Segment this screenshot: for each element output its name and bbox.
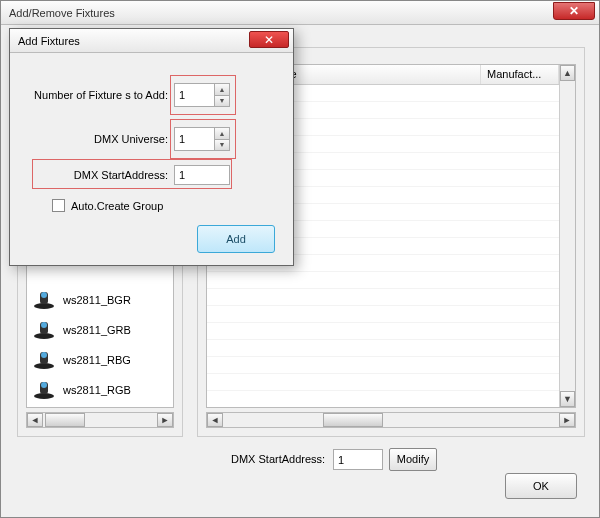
dialog-titlebar: Add Fixtures ✕ — [10, 29, 293, 53]
svg-point-5 — [41, 322, 47, 328]
svg-point-11 — [41, 382, 47, 388]
moving-head-icon — [31, 379, 57, 401]
scroll-thumb[interactable] — [45, 413, 85, 427]
close-icon: ✕ — [569, 5, 579, 17]
list-item-label: ws2811_GRB — [63, 324, 131, 336]
spin-down-icon[interactable]: ▼ — [215, 96, 229, 107]
scroll-left-icon[interactable]: ◄ — [27, 413, 43, 427]
dmx-universe-label: DMX Universe: — [18, 133, 168, 145]
scroll-down-icon[interactable]: ▼ — [560, 391, 575, 407]
add-fixtures-dialog: Add Fixtures ✕ Number of Fixture s to Ad… — [9, 28, 294, 266]
scroll-track[interactable] — [223, 413, 559, 427]
add-button[interactable]: Add — [197, 225, 275, 253]
scroll-up-icon[interactable]: ▲ — [560, 65, 575, 81]
main-titlebar: Add/Remove Fixtures ✕ — [1, 1, 599, 25]
spin-down-icon[interactable]: ▼ — [215, 140, 229, 151]
close-icon: ✕ — [264, 34, 274, 46]
scroll-track[interactable] — [43, 413, 157, 427]
table-hscroll[interactable]: ◄ ► — [206, 412, 576, 428]
scroll-track[interactable] — [560, 81, 575, 391]
list-item-label: ws2811_RBG — [63, 354, 131, 366]
start-address-input[interactable] — [174, 165, 230, 185]
dmx-universe-spinner[interactable]: ▲ ▼ — [174, 127, 230, 151]
scroll-left-icon[interactable]: ◄ — [207, 413, 223, 427]
dialog-close-button[interactable]: ✕ — [249, 31, 289, 48]
modify-button[interactable]: Modify — [389, 448, 437, 471]
list-item[interactable]: ws2811_RGB — [27, 375, 173, 405]
auto-create-group-label: Auto.Create Group — [71, 200, 163, 212]
num-fixtures-input[interactable] — [174, 83, 214, 107]
table-vscroll[interactable]: ▲ ▼ — [559, 65, 575, 407]
list-item[interactable]: ws2811_BGR — [27, 285, 173, 315]
scroll-right-icon[interactable]: ► — [157, 413, 173, 427]
start-address-label: DMX StartAddress: — [231, 453, 325, 465]
moving-head-icon — [31, 289, 57, 311]
spin-up-icon[interactable]: ▲ — [215, 84, 229, 96]
start-address-label: DMX StartAddress: — [18, 169, 168, 181]
moving-head-icon — [31, 319, 57, 341]
scroll-thumb[interactable] — [323, 413, 383, 427]
dmx-universe-input[interactable] — [174, 127, 214, 151]
list-item[interactable]: ws2811_RBG — [27, 345, 173, 375]
auto-create-group-checkbox[interactable]: Auto.Create Group — [52, 199, 163, 212]
start-address-input[interactable] — [333, 449, 383, 470]
list-item[interactable]: ws2811_GRB — [27, 315, 173, 345]
col-manufacturer[interactable]: Manufact... — [481, 65, 559, 84]
svg-point-2 — [41, 292, 47, 298]
main-close-button[interactable]: ✕ — [553, 2, 595, 20]
main-title: Add/Remove Fixtures — [9, 7, 115, 19]
fixture-list-hscroll[interactable]: ◄ ► — [26, 412, 174, 428]
svg-point-8 — [41, 352, 47, 358]
num-fixtures-spinner[interactable]: ▲ ▼ — [174, 83, 230, 107]
checkbox-box-icon[interactable] — [52, 199, 65, 212]
moving-head-icon — [31, 349, 57, 371]
dialog-body: Number of Fixture s to Add: ▲ ▼ DMX Univ… — [10, 53, 293, 265]
dialog-title: Add Fixtures — [18, 35, 80, 47]
list-item-label: ws2811_BGR — [63, 294, 131, 306]
ok-button[interactable]: OK — [505, 473, 577, 499]
scroll-right-icon[interactable]: ► — [559, 413, 575, 427]
num-fixtures-label: Number of Fixture s to Add: — [18, 89, 168, 101]
list-item-label: ws2811_RGB — [63, 384, 131, 396]
spin-up-icon[interactable]: ▲ — [215, 128, 229, 140]
